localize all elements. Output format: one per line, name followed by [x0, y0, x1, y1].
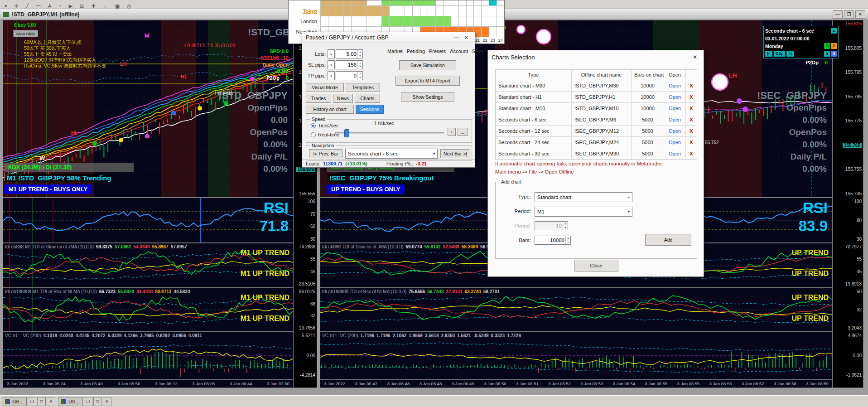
tab[interactable]: Account — [450, 48, 468, 54]
delete-chart-button[interactable]: X — [686, 80, 697, 91]
restore-button[interactable]: ❐ — [28, 397, 36, 406]
tab[interactable]: Presets — [429, 48, 446, 54]
open-chart-link[interactable]: Open — [664, 137, 686, 148]
more-button[interactable]: ... — [458, 128, 468, 136]
save-simulation-button[interactable]: Save Simulation — [399, 60, 456, 70]
sl-combo[interactable]: ▾ — [328, 60, 335, 69]
mas-hide-button[interactable]: MAs Hide — [13, 30, 38, 37]
add-button[interactable]: Add — [645, 234, 691, 246]
nav-chart-select[interactable]: Seconds chart - 6 sec▾ — [345, 149, 438, 159]
tdi2-panel-left[interactable]: tdi ob188888 M1 TDI of Rsx of NLMA (10,0… — [3, 288, 293, 331]
delete-chart-button[interactable]: X — [686, 148, 697, 159]
prev-bar-button[interactable]: |< Prev. Bar — [309, 149, 342, 158]
toolbar-icon[interactable]: ✚ — [91, 3, 95, 9]
open-chart-link[interactable]: Open — [664, 148, 686, 159]
toolbar-icon[interactable]: ▾ — [5, 3, 7, 9]
delete-chart-button[interactable]: X — [686, 114, 697, 125]
minimize-button[interactable]: — — [451, 34, 461, 41]
toolbar-icon[interactable]: A — [48, 3, 51, 9]
last-bar-button[interactable]: >| — [786, 51, 794, 57]
taskbar-item-us[interactable]: US... ❐ □ ✕ — [58, 397, 111, 406]
close-icon[interactable]: ✕ — [690, 54, 700, 60]
rsi-panel-left[interactable]: RSI 71.8 — [3, 198, 293, 242]
speed-slider[interactable] — [335, 132, 444, 134]
delete-chart-button[interactable]: X — [686, 126, 697, 136]
maximize-button[interactable]: □ — [37, 397, 46, 406]
close-button[interactable]: ✕ — [103, 397, 111, 406]
vc-panel-right[interactable]: VC b1: - VC (200)1.71961.71962.10621.956… — [320, 332, 832, 378]
toolbar-icon[interactable]: ✛ — [14, 3, 19, 9]
tab[interactable]: Save — [472, 48, 483, 54]
tab[interactable]: Market — [387, 48, 403, 54]
dialog-titlebar[interactable]: Charts Selection ✕ — [488, 50, 704, 64]
next-bar-button[interactable]: Next Bar >| — [440, 149, 470, 158]
real-time-radio[interactable] — [311, 132, 316, 137]
toolbar-icon[interactable]: ↔ — [103, 3, 108, 9]
bars-input[interactable]: 10000▲▼ — [535, 236, 571, 245]
delete-chart-button[interactable]: X — [686, 92, 697, 102]
lots-input[interactable]: 5.00▲▼ — [336, 49, 363, 58]
close-button[interactable]: ✕ — [461, 34, 471, 41]
show-settings-button[interactable]: Show Settings — [401, 92, 454, 102]
vc-panel-left[interactable]: VC b1: - VC (200)4.10184.02404.41454.207… — [3, 332, 293, 378]
lots-combo[interactable]: ▾ — [328, 49, 335, 58]
open-chart-link[interactable]: Open — [664, 92, 686, 102]
toolbar-icon[interactable]: ◔ — [58, 3, 62, 9]
maximize-button[interactable]: □ — [93, 397, 102, 406]
price-scale-right[interactable]: 155.815155.805155.795155.785155.775155.7… — [832, 20, 863, 388]
sessions-button[interactable]: Sessions — [356, 105, 384, 114]
session-label-london[interactable]: London — [289, 16, 320, 27]
speed-slider-thumb[interactable] — [344, 129, 349, 137]
toolbar-icon[interactable]: ⊞ — [80, 3, 84, 9]
badge-3[interactable]: 3 — [824, 51, 830, 57]
close-button[interactable]: ✕ — [855, 10, 865, 19]
badge-2[interactable]: 2 — [831, 43, 837, 49]
tab[interactable]: Pending — [407, 48, 425, 54]
minimize-button[interactable]: — — [833, 10, 843, 19]
news-button[interactable]: News — [333, 94, 353, 103]
tp-combo[interactable]: ▾ — [328, 71, 335, 80]
history-on-chart-button[interactable]: History on chart — [306, 105, 354, 114]
delete-chart-button[interactable]: X — [686, 137, 697, 148]
badge-1[interactable]: 1 — [824, 43, 830, 49]
charts-selection-dialog[interactable]: Charts Selection ✕ Type Offline chart na… — [487, 50, 704, 277]
delete-chart-button[interactable]: X — [686, 103, 697, 114]
trades-button[interactable]: Trades — [306, 94, 331, 103]
open-chart-link[interactable]: Open — [664, 126, 686, 136]
tdi2-panel-right[interactable]: tdi ob188888 TDI of Rsx of NLMA (10,0,0)… — [320, 288, 832, 331]
period-select[interactable]: M1▾ — [535, 207, 632, 217]
close-button[interactable]: Close — [574, 260, 618, 271]
visual-mode-button[interactable]: Visual Mode — [306, 83, 344, 92]
sl-input[interactable]: 156▲▼ — [336, 60, 363, 69]
session-label-tokyo[interactable]: Tokyo — [289, 6, 320, 16]
collapse-icon[interactable]: ▴ — [831, 28, 837, 34]
toolbar-icon[interactable]: ▭ — [36, 3, 40, 9]
open-chart-link[interactable]: Open — [664, 103, 686, 114]
simulator-control-dialog[interactable]: Paused / GBPJPY / Account: GBP — ✕ Lots:… — [302, 32, 475, 168]
export-report-button[interactable]: Export to MT4 Report — [395, 76, 460, 86]
step-button[interactable]: › — [448, 128, 456, 136]
dialog-titlebar[interactable]: Paused / GBPJPY / Account: GBP — ✕ — [302, 32, 475, 43]
badge-4[interactable]: 4 — [831, 51, 837, 57]
taskbar: GB... ❐ □ ✕ US... ❐ □ ✕ — [0, 395, 868, 407]
tdi1-panel-left[interactable]: tdi ob888 M1 TDI of Slow rsi of JMA (10,… — [3, 243, 293, 287]
toolbar-icon[interactable]: ▶ — [69, 3, 72, 9]
chart-type-select[interactable]: Standard chart▾ — [535, 192, 632, 202]
charts-button[interactable]: Charts — [355, 94, 380, 103]
restore-button[interactable]: ❐ — [844, 10, 854, 19]
toolbar-icon[interactable]: ╱ — [26, 3, 29, 9]
restore-button[interactable]: ❐ — [84, 397, 92, 406]
objects-button[interactable]: Obj. — [774, 51, 786, 57]
first-bar-button[interactable]: |< — [765, 51, 772, 57]
chart-window-std-gbpjpy[interactable]: HLHLLHMW 6 buy 5.00 MAs Hide 60MA 以上只做买入… — [3, 20, 317, 388]
main-chart-left[interactable]: HLHLLHMW 6 buy 5.00 MAs Hide 60MA 以上只做买入… — [3, 20, 293, 197]
templates-button[interactable]: Templates — [346, 83, 380, 92]
toolbar-icon[interactable]: ◎ — [127, 3, 131, 9]
open-chart-link[interactable]: Open — [664, 114, 686, 125]
toolbar-icon[interactable]: ▣ — [115, 3, 120, 9]
ticks-per-sec-radio[interactable] — [311, 123, 316, 128]
close-button[interactable]: ✕ — [47, 397, 55, 406]
taskbar-item-gb[interactable]: GB... ❐ □ ✕ — [2, 397, 55, 406]
tp-input[interactable]: 0▲▼ — [336, 71, 363, 80]
open-chart-link[interactable]: Open — [664, 80, 686, 91]
